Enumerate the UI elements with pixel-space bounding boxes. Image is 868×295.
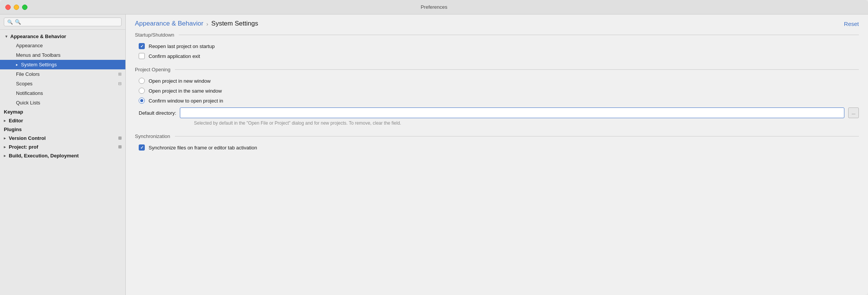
confirm-window-label: Confirm window to open project in xyxy=(149,98,223,104)
sync-files-checkbox[interactable] xyxy=(139,144,145,151)
chevron-right-icon xyxy=(4,145,6,149)
confirm-window-row: Confirm window to open project in xyxy=(135,98,859,104)
search-input[interactable] xyxy=(15,19,118,25)
open-same-window-label: Open project in the same window xyxy=(149,88,222,94)
sidebar-item-label: File Colors xyxy=(16,71,40,77)
sidebar-item-label: Scopes xyxy=(16,81,32,87)
breadcrumb-parent[interactable]: Appearance & Behavior xyxy=(135,20,203,27)
sidebar: 🔍 Appearance & Behavior Appearance Menus… xyxy=(0,14,126,295)
sidebar-item-editor[interactable]: Editor xyxy=(0,116,125,125)
sidebar-item-label: Project: prof xyxy=(9,144,38,150)
default-directory-row: Default directory: ... xyxy=(135,107,859,118)
reset-button[interactable]: Reset xyxy=(844,21,859,27)
sidebar-item-system-settings[interactable]: System Settings xyxy=(0,60,125,69)
sidebar-item-version-control[interactable]: Version Control ⊞ xyxy=(0,134,125,143)
breadcrumb-current: System Settings xyxy=(211,20,258,27)
sidebar-item-label: Keymap xyxy=(4,109,23,115)
sidebar-item-label: Build, Execution, Deployment xyxy=(9,153,78,159)
project-opening-section: Project Opening Open project in new wind… xyxy=(135,67,859,126)
confirm-window-radio[interactable] xyxy=(139,98,145,104)
section-divider xyxy=(175,69,859,70)
chevron-right-icon xyxy=(4,136,6,140)
sidebar-item-label: System Settings xyxy=(21,62,57,67)
open-new-window-label: Open project in new window xyxy=(149,78,211,84)
section-header-project-opening: Project Opening xyxy=(135,67,859,72)
section-title-project-opening: Project Opening xyxy=(135,67,170,72)
sidebar-item-label: Plugins xyxy=(4,127,22,132)
startup-shutdown-section: Startup/Shutdown Reopen last project on … xyxy=(135,32,859,59)
sidebar-item-quick-lists[interactable]: Quick Lists xyxy=(0,98,125,107)
close-button[interactable] xyxy=(5,5,11,10)
main-body: Startup/Shutdown Reopen last project on … xyxy=(126,32,868,295)
sync-files-label: Synchronize files on frame or editor tab… xyxy=(149,145,257,151)
open-same-window-row: Open project in the same window xyxy=(135,88,859,94)
chevron-down-icon xyxy=(5,34,7,38)
sidebar-item-menus-toolbars[interactable]: Menus and Toolbars xyxy=(0,50,125,60)
reopen-last-project-checkbox[interactable] xyxy=(139,43,145,49)
traffic-lights xyxy=(5,5,27,10)
search-bar: 🔍 xyxy=(0,14,125,30)
file-icon: ⊞ xyxy=(118,72,122,77)
chevron-right-icon xyxy=(16,63,18,67)
browse-button[interactable]: ... xyxy=(848,107,859,118)
sidebar-item-notifications[interactable]: Notifications xyxy=(0,88,125,98)
sidebar-item-label: Menus and Toolbars xyxy=(16,52,61,58)
sidebar-item-label: Version Control xyxy=(9,135,46,141)
reopen-last-project-label: Reopen last project on startup xyxy=(149,43,215,49)
maximize-button[interactable] xyxy=(22,5,27,10)
breadcrumb-separator: › xyxy=(207,21,208,27)
open-same-window-radio[interactable] xyxy=(139,88,145,94)
minimize-button[interactable] xyxy=(14,5,19,10)
sidebar-item-label: Notifications xyxy=(16,90,43,96)
synchronization-section: Synchronization Synchronize files on fra… xyxy=(135,133,859,151)
section-header-sync: Synchronization xyxy=(135,133,859,139)
sidebar-item-project-prof[interactable]: Project: prof ⊞ xyxy=(0,143,125,151)
confirm-exit-checkbox[interactable] xyxy=(139,53,145,59)
chevron-right-icon xyxy=(4,119,6,123)
default-directory-label: Default directory: xyxy=(139,110,176,116)
sidebar-item-plugins[interactable]: Plugins xyxy=(0,125,125,134)
sidebar-item-keymap[interactable]: Keymap xyxy=(0,107,125,116)
section-header-startup: Startup/Shutdown xyxy=(135,32,859,38)
sync-files-row: Synchronize files on frame or editor tab… xyxy=(135,144,859,151)
section-title-sync: Synchronization xyxy=(135,133,170,139)
chevron-right-icon xyxy=(4,154,6,158)
nav-tree: Appearance & Behavior Appearance Menus a… xyxy=(0,30,125,295)
sidebar-item-build-execution[interactable]: Build, Execution, Deployment xyxy=(0,151,125,160)
section-divider xyxy=(179,35,859,35)
main-header: Appearance & Behavior › System Settings … xyxy=(126,14,868,32)
sidebar-item-label: Editor xyxy=(9,118,23,123)
sidebar-item-appearance-behavior[interactable]: Appearance & Behavior xyxy=(0,32,125,41)
sidebar-item-scopes[interactable]: Scopes ⊟ xyxy=(0,79,125,88)
scope-icon: ⊟ xyxy=(118,81,122,86)
window-title: Preferences xyxy=(421,4,447,10)
title-bar: Preferences xyxy=(0,0,868,14)
sidebar-item-appearance[interactable]: Appearance xyxy=(0,41,125,50)
section-divider xyxy=(175,136,859,136)
confirm-exit-row: Confirm application exit xyxy=(135,53,859,59)
open-new-window-row: Open project in new window xyxy=(135,78,859,84)
default-directory-input[interactable] xyxy=(180,107,844,118)
content-area: 🔍 Appearance & Behavior Appearance Menus… xyxy=(0,14,868,295)
search-input-wrap[interactable]: 🔍 xyxy=(4,18,122,26)
sidebar-item-label: Appearance & Behavior xyxy=(10,34,66,39)
section-title-startup: Startup/Shutdown xyxy=(135,32,174,38)
main-content: Appearance & Behavior › System Settings … xyxy=(126,14,868,295)
search-icon: 🔍 xyxy=(7,19,13,25)
reopen-last-project-row: Reopen last project on startup xyxy=(135,43,859,49)
sidebar-item-file-colors[interactable]: File Colors ⊞ xyxy=(0,69,125,79)
vcs-icon: ⊞ xyxy=(118,136,122,141)
breadcrumb: Appearance & Behavior › System Settings xyxy=(135,20,258,27)
open-new-window-radio[interactable] xyxy=(139,78,145,84)
sidebar-item-label: Appearance xyxy=(16,43,43,48)
confirm-exit-label: Confirm application exit xyxy=(149,53,200,59)
sidebar-item-label: Quick Lists xyxy=(16,100,40,106)
preferences-window: Preferences 🔍 Appearance & Behavior Appe… xyxy=(0,0,868,295)
default-directory-hint: Selected by default in the "Open File or… xyxy=(135,120,859,126)
project-icon: ⊞ xyxy=(118,144,122,149)
